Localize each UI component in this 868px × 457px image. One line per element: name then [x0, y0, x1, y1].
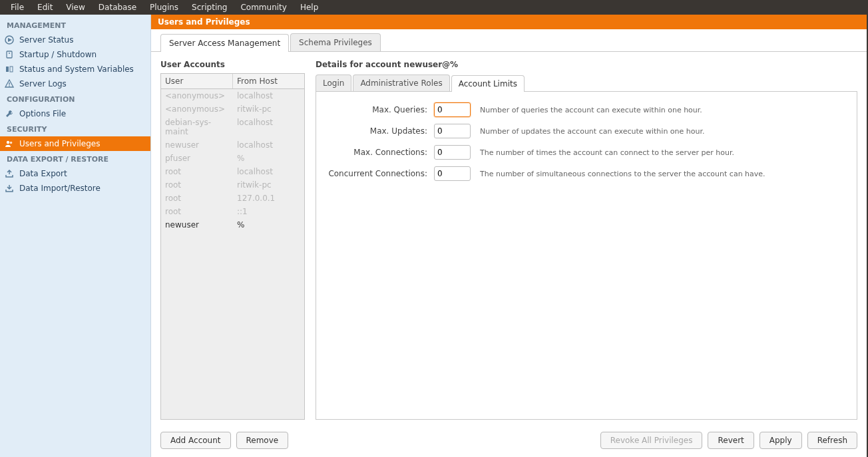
server-icon: [4, 49, 15, 60]
input-concurrent-connections[interactable]: [434, 166, 471, 181]
vars-icon: [4, 64, 15, 75]
cell-host: localhost: [233, 165, 304, 178]
input-max-connections[interactable]: [434, 145, 471, 160]
cell-user: root: [161, 178, 233, 192]
hint-max-updates: Number of updates the account can execut…: [480, 127, 705, 136]
sidebar-item-data-import-restore[interactable]: Data Import/Restore: [0, 181, 150, 196]
add-account-button[interactable]: Add Account: [160, 432, 231, 449]
tab-server-access-management[interactable]: Server Access Management: [160, 34, 289, 52]
account-row[interactable]: rootlocalhost: [161, 165, 304, 178]
sidebar-item-data-export[interactable]: Data Export: [0, 166, 150, 181]
revert-button[interactable]: Revert: [708, 432, 754, 449]
cell-user: debian-sys-maint: [161, 116, 233, 138]
apply-button[interactable]: Apply: [760, 432, 802, 449]
svg-rect-8: [9, 86, 9, 86]
sidebar-item-label: Server Status: [19, 35, 73, 45]
input-max-updates[interactable]: [434, 124, 471, 138]
svg-marker-1: [8, 38, 12, 42]
page-title: Users and Privileges: [151, 15, 867, 29]
account-row[interactable]: <anonymous>localhost: [161, 89, 304, 102]
footer-bar: Add Account Remove Revoke All Privileges…: [151, 426, 867, 457]
menu-file[interactable]: File: [4, 1, 31, 13]
cell-host: localhost: [233, 138, 304, 152]
sidebar-item-server-status[interactable]: Server Status: [0, 33, 150, 47]
user-accounts-heading: User Accounts: [160, 60, 305, 69]
cell-host: 127.0.0.1: [233, 192, 304, 205]
menu-scripting[interactable]: Scripting: [185, 1, 234, 13]
sidebar-group: CONFIGURATION: [0, 91, 150, 106]
sidebar-item-label: Options File: [19, 109, 66, 118]
label-concurrent-connections: Concurrent Connections:: [324, 169, 434, 178]
sidebar-group: SECURITY: [0, 121, 150, 136]
cell-user: <anonymous>: [161, 102, 233, 116]
cell-user: root: [161, 165, 233, 178]
play-icon: [4, 35, 15, 45]
account-row[interactable]: <anonymous>ritwik-pc: [161, 102, 304, 116]
svg-rect-7: [9, 82, 9, 85]
details-tab-login[interactable]: Login: [316, 75, 351, 91]
cell-user: newuser: [161, 218, 233, 231]
remove-account-button[interactable]: Remove: [236, 432, 289, 449]
tab-schema-privileges[interactable]: Schema Privileges: [290, 33, 381, 51]
account-limits-form: Max. Queries: Number of queries the acco…: [316, 92, 857, 420]
warn-icon: [4, 78, 15, 89]
account-row[interactable]: pfuser%: [161, 152, 304, 165]
row-max-updates: Max. Updates: Number of updates the acco…: [324, 124, 849, 138]
refresh-button[interactable]: Refresh: [807, 432, 857, 449]
import-icon: [4, 183, 15, 194]
menu-plugins[interactable]: Plugins: [143, 1, 185, 13]
cell-host: localhost: [233, 116, 304, 138]
export-icon: [4, 168, 15, 179]
cell-user: pfuser: [161, 152, 233, 165]
sidebar-item-label: Data Export: [19, 169, 67, 178]
cell-host: ::1: [233, 205, 304, 218]
cell-user: <anonymous>: [161, 89, 233, 102]
menu-database[interactable]: Database: [92, 1, 143, 13]
col-user[interactable]: User: [161, 74, 233, 88]
content-area: User Accounts User From Host <anonymous>…: [151, 52, 867, 426]
account-row[interactable]: newuserlocalhost: [161, 138, 304, 152]
sidebar-item-options-file[interactable]: Options File: [0, 106, 150, 121]
input-max-queries[interactable]: [434, 102, 471, 117]
users-icon: [4, 138, 15, 149]
menu-community[interactable]: Community: [234, 1, 293, 13]
menubar: FileEditViewDatabasePluginsScriptingComm…: [0, 0, 867, 15]
user-accounts-grid[interactable]: User From Host <anonymous>localhost<anon…: [160, 73, 305, 420]
details-tab-account-limits[interactable]: Account Limits: [451, 75, 525, 92]
wrench-icon: [4, 108, 15, 119]
user-accounts-panel: User Accounts User From Host <anonymous>…: [160, 60, 305, 420]
menu-help[interactable]: Help: [294, 1, 325, 13]
cell-user: root: [161, 192, 233, 205]
sidebar-item-label: Users and Privileges: [19, 139, 101, 148]
sidebar: MANAGEMENTServer StatusStartup / Shutdow…: [0, 15, 151, 457]
sidebar-item-users-and-privileges[interactable]: Users and Privileges: [0, 136, 150, 151]
cell-host: %: [233, 218, 304, 231]
sidebar-item-server-logs[interactable]: Server Logs: [0, 76, 150, 91]
revoke-all-button[interactable]: Revoke All Privileges: [600, 432, 703, 449]
grid-body[interactable]: <anonymous>localhost<anonymous>ritwik-pc…: [161, 89, 304, 419]
main-panel: Users and Privileges Server Access Manag…: [151, 15, 867, 457]
svg-point-3: [9, 53, 10, 54]
grid-header: User From Host: [161, 74, 304, 89]
menu-view[interactable]: View: [59, 1, 91, 13]
cell-host: %: [233, 152, 304, 165]
svg-point-10: [10, 142, 13, 144]
sidebar-item-startup-shutdown[interactable]: Startup / Shutdown: [0, 47, 150, 62]
cell-host: ritwik-pc: [233, 178, 304, 192]
account-row[interactable]: root127.0.0.1: [161, 192, 304, 205]
details-tab-administrative-roles[interactable]: Administrative Roles: [353, 75, 449, 91]
menu-edit[interactable]: Edit: [31, 1, 59, 13]
sidebar-item-label: Server Logs: [19, 79, 67, 88]
row-max-queries: Max. Queries: Number of queries the acco…: [324, 102, 849, 117]
col-from-host[interactable]: From Host: [233, 74, 304, 88]
account-row[interactable]: root::1: [161, 205, 304, 218]
account-row[interactable]: debian-sys-maintlocalhost: [161, 116, 304, 138]
outer-tabs: Server Access ManagementSchema Privilege…: [151, 29, 867, 52]
label-max-queries: Max. Queries:: [324, 105, 434, 114]
row-max-connections: Max. Connections: The number of times th…: [324, 145, 849, 160]
svg-rect-4: [6, 67, 9, 72]
cell-user: root: [161, 205, 233, 218]
account-row[interactable]: rootritwik-pc: [161, 178, 304, 192]
sidebar-item-status-and-system-variables[interactable]: Status and System Variables: [0, 62, 150, 76]
account-row[interactable]: newuser%: [161, 218, 304, 231]
